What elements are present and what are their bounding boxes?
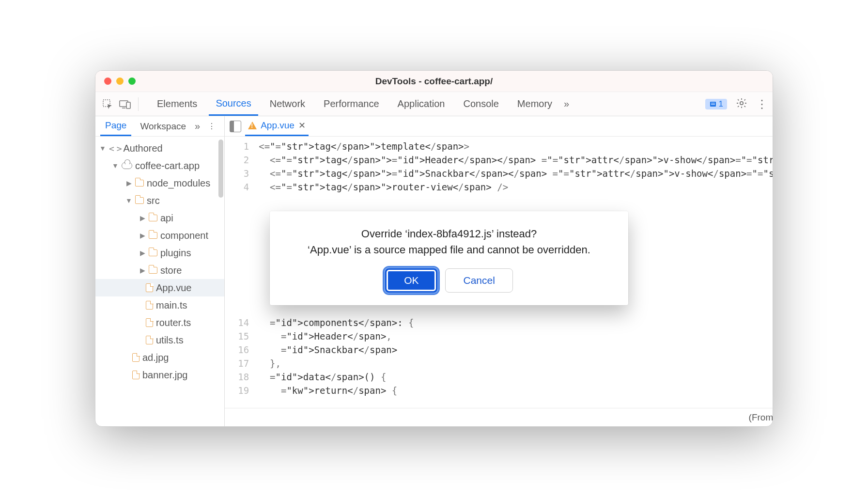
tree-label: App.vue [156,282,191,294]
tree-folder-component[interactable]: ▶ component [95,227,224,244]
svg-point-7 [740,101,743,104]
tree-label: Authored [124,143,163,154]
tab-console[interactable]: Console [456,92,505,116]
device-toolbar-icon[interactable] [118,97,132,111]
main-toolbar: Elements Sources Network Performance App… [95,92,773,116]
tree-label: router.ts [156,317,191,328]
issues-count: 1 [719,99,723,109]
file-icon [146,336,153,344]
divider [138,97,139,111]
navigator-more-icon[interactable]: ⋮ [204,122,219,131]
tree-label: api [160,213,173,224]
warning-icon [248,122,257,129]
navigator-tabs: Page Workspace » ⋮ [95,116,224,137]
editor-statusbar: (From index-8bfa4912.js) Coverage: n/a [225,408,773,426]
tree-folder-plugins[interactable]: ▶ plugins [95,244,224,262]
panel-tabs: Elements Sources Network Performance App… [150,92,569,116]
file-icon [132,353,140,362]
file-tree: ▼< > Authored ▼ coffee-cart.app ▶ node_m… [95,137,224,426]
tree-label: main.ts [156,300,187,311]
scrollbar-thumb[interactable] [218,140,223,198]
file-icon [146,318,153,327]
tree-file-main-ts[interactable]: main.ts [95,296,224,314]
tabs-overflow-icon[interactable]: » [564,98,569,109]
file-tab-label: App.vue [261,120,294,131]
tree-file-router-ts[interactable]: router.ts [95,314,224,331]
tree-file-app-vue[interactable]: App.vue [95,279,224,296]
navigator-tab-workspace[interactable]: Workspace [135,116,191,136]
brackets-icon: < > [109,143,121,154]
tree-label: ad.jpg [142,352,169,363]
tree-domain[interactable]: ▼ coffee-cart.app [95,157,224,174]
svg-rect-6 [711,104,715,105]
file-icon [146,283,153,292]
tab-network[interactable]: Network [263,92,312,116]
toggle-navigator-icon[interactable] [230,121,241,132]
folder-icon [135,197,144,204]
tree-label: store [160,265,182,276]
code-editor: App.vue ✕ 1234 141516171819 <="="str">ta… [225,116,773,426]
line-gutter: 1234 141516171819 [225,140,259,408]
sourcemap-origin: (From index-8bfa4912.js) [749,412,773,423]
folder-icon [149,232,157,239]
titlebar: DevTools - coffee-cart.app/ [95,71,773,92]
file-icon [146,301,153,310]
editor-tabbar: App.vue ✕ [225,116,773,137]
cloud-icon [122,162,132,169]
devtools-window: DevTools - coffee-cart.app/ Elements Sou… [95,70,773,427]
tree-label: utils.ts [156,335,184,346]
window-title: DevTools - coffee-cart.app/ [95,76,773,87]
tree-folder-node-modules[interactable]: ▶ node_modules [95,174,224,192]
code-content[interactable]: <="="str">tag</span>">template</span>> <… [259,140,773,408]
tree-label: plugins [160,248,191,259]
issues-badge[interactable]: 1 [705,99,727,109]
inspect-element-icon[interactable] [100,97,115,111]
tree-folder-src[interactable]: ▼ src [95,192,224,209]
navigator-sidebar: Page Workspace » ⋮ ▼< > Authored ▼ coffe… [95,116,225,426]
tree-file-utils-ts[interactable]: utils.ts [95,331,224,349]
folder-icon [149,267,157,274]
file-icon [132,371,140,379]
tree-label: node_modules [147,178,210,189]
tree-label: banner.jpg [142,370,187,381]
folder-icon [149,215,157,221]
tab-memory[interactable]: Memory [511,92,559,116]
folder-icon [135,180,144,186]
tree-folder-store[interactable]: ▶ store [95,262,224,279]
kebab-menu-icon[interactable]: ⋮ [756,101,768,107]
tree-folder-api[interactable]: ▶ api [95,209,224,227]
tree-label: component [160,230,208,241]
navigator-tabs-overflow-icon[interactable]: » [195,121,200,132]
tree-file-ad-jpg[interactable]: ad.jpg [95,349,224,366]
editor-file-tab[interactable]: App.vue ✕ [245,116,309,136]
tree-file-banner-jpg[interactable]: banner.jpg [95,366,224,384]
tab-sources[interactable]: Sources [209,92,258,116]
navigator-tab-page[interactable]: Page [100,116,131,136]
folder-icon [149,249,157,256]
close-tab-icon[interactable]: ✕ [298,120,306,131]
settings-icon[interactable] [736,97,747,111]
tree-label: coffee-cart.app [135,160,200,171]
svg-rect-3 [126,102,130,109]
tab-performance[interactable]: Performance [317,92,386,116]
tree-root-authored[interactable]: ▼< > Authored [95,140,224,157]
tree-label: src [147,195,160,206]
svg-rect-5 [711,103,715,104]
tab-elements[interactable]: Elements [150,92,204,116]
code-area[interactable]: 1234 141516171819 <="="str">tag</span>">… [225,137,773,408]
tab-application[interactable]: Application [391,92,452,116]
